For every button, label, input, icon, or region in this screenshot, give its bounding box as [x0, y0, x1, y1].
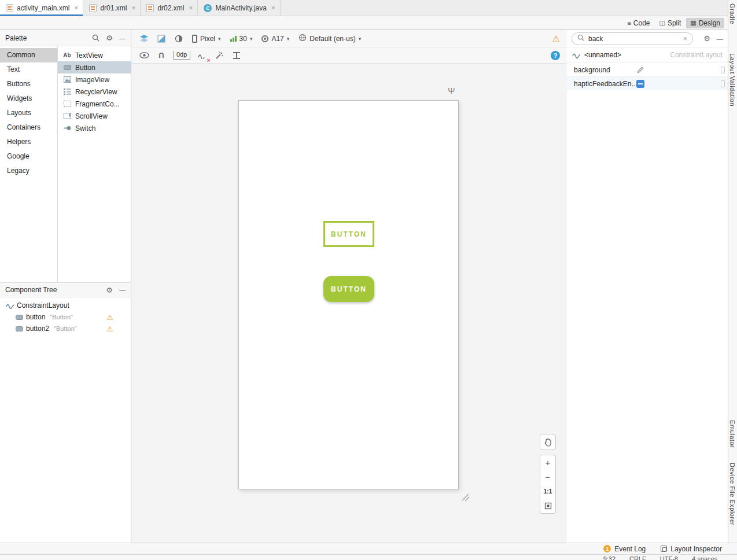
preview-button-outlined[interactable]: BUTTON: [323, 221, 374, 247]
autoconnect-magnet-icon[interactable]: U: [156, 50, 167, 61]
tool-button-gradle[interactable]: Gradle: [729, 3, 736, 24]
caret-position[interactable]: 9:32: [603, 555, 616, 560]
editor-tab-bar: activity_main.xml × dr01.xml × dr02.xml …: [0, 0, 728, 16]
hand-icon: [544, 438, 552, 447]
night-mode-icon[interactable]: [173, 33, 185, 45]
close-tab-icon[interactable]: ×: [189, 4, 193, 12]
locale-dropdown[interactable]: Default (en-us) ▾: [297, 32, 363, 45]
tree-item-constraintlayout[interactable]: ConstraintLayout: [0, 300, 131, 311]
zoom-fit-button[interactable]: [540, 499, 555, 513]
bookmark-icon[interactable]: [721, 67, 725, 73]
palette-component-recyclerview[interactable]: RecyclerView: [58, 86, 131, 98]
split-view-button[interactable]: ◫ Split: [655, 18, 685, 28]
attributes-panel: back × ⚙ — <unnamed> ConstraintLayout ba…: [567, 30, 728, 543]
view-options-eye-icon[interactable]: [138, 50, 150, 61]
palette-category-layouts[interactable]: Layouts: [0, 106, 57, 120]
palette-category-common[interactable]: Common: [0, 48, 57, 62]
tool-button-layout-validation[interactable]: Layout Validation: [729, 53, 736, 106]
palette-category-containers[interactable]: Containers: [0, 120, 57, 135]
pan-tool-button[interactable]: [540, 434, 556, 450]
preview-button2-filled[interactable]: BUTTON: [323, 276, 374, 302]
layout-inspector-label: Layout Inspector: [670, 545, 722, 553]
tab-dr02-xml[interactable]: dr02.xml ×: [141, 0, 198, 16]
design-surface-icon[interactable]: [138, 33, 150, 45]
palette-category-widgets[interactable]: Widgets: [0, 91, 57, 106]
attribute-row-hapticfeedbackenabled[interactable]: hapticFeedbackEn...: [567, 76, 728, 90]
search-input-value[interactable]: back: [588, 35, 679, 43]
tab-label: activity_main.xml: [17, 4, 69, 12]
clear-constraints-icon[interactable]: ×: [196, 50, 208, 61]
tree-item-label: ConstraintLayout: [17, 301, 69, 310]
attribute-row-background[interactable]: background: [567, 62, 728, 76]
minimize-icon[interactable]: —: [119, 286, 126, 293]
tab-dr01-xml[interactable]: dr01.xml ×: [83, 0, 141, 16]
tab-mainactivity-java[interactable]: C MainActivity.java ×: [198, 0, 281, 16]
tool-button-emulator[interactable]: Emulator: [729, 420, 736, 448]
event-log-icon: 1: [603, 545, 611, 552]
help-icon[interactable]: ?: [551, 51, 560, 60]
component-label: Button: [75, 64, 95, 72]
infer-constraints-wand-icon[interactable]: [213, 50, 225, 61]
search-icon[interactable]: [92, 34, 100, 42]
warning-icon[interactable]: ⚠: [106, 325, 113, 333]
orientation-icon[interactable]: [156, 33, 167, 45]
tree-item-button[interactable]: button "Button" ⚠: [0, 311, 131, 323]
attributes-search-field[interactable]: back ×: [572, 32, 693, 45]
event-log-button[interactable]: 1 Event Log: [603, 545, 646, 553]
palette-component-scrollview[interactable]: ScrollView: [58, 110, 131, 122]
palette-category-legacy[interactable]: Legacy: [0, 164, 57, 178]
tree-item-label: button2: [26, 325, 49, 333]
design-surface[interactable]: Ψ BUTTON BUTTON + − 1:1: [131, 64, 567, 543]
design-view-button[interactable]: ▦ Design: [686, 18, 724, 28]
minimize-icon[interactable]: —: [119, 35, 126, 42]
pack-align-icon[interactable]: [231, 50, 242, 61]
clear-search-icon[interactable]: ×: [683, 35, 687, 43]
palette-component-fragmentcontainerview[interactable]: FragmentCo...: [58, 98, 131, 110]
gear-icon[interactable]: ⚙: [106, 34, 113, 42]
palette-component-imageview[interactable]: ImageView: [58, 73, 131, 86]
tool-button-device-file-explorer[interactable]: Device File Explorer: [729, 463, 736, 525]
default-margin-control[interactable]: 0dp: [173, 51, 190, 60]
gear-icon[interactable]: ⚙: [106, 286, 113, 294]
layout-inspector-button[interactable]: Layout Inspector: [661, 545, 722, 553]
palette-category-helpers[interactable]: Helpers: [0, 135, 57, 149]
palette-component-textview[interactable]: Ab TextView: [58, 49, 131, 61]
close-tab-icon[interactable]: ×: [74, 4, 78, 12]
palette-category-text[interactable]: Text: [0, 62, 57, 77]
palette-category-google[interactable]: Google: [0, 149, 57, 164]
warning-icon[interactable]: ⚠: [106, 313, 113, 322]
palette-category-buttons[interactable]: Buttons: [0, 77, 57, 91]
close-tab-icon[interactable]: ×: [271, 4, 275, 12]
palette-component-button[interactable]: Button: [58, 61, 131, 73]
code-view-button[interactable]: ≡ Code: [623, 18, 654, 28]
warning-icon[interactable]: ⚠: [552, 34, 560, 44]
line-separator[interactable]: CRLF: [629, 555, 646, 560]
tree-item-annotation: "Button": [50, 314, 73, 320]
color-picker-pencil-icon[interactable]: [636, 65, 644, 75]
file-encoding[interactable]: UTF-8: [660, 555, 678, 560]
editor-mode-bar: ≡ Code ◫ Split ▦ Design: [0, 16, 728, 30]
zoom-ratio-button[interactable]: 1:1: [540, 484, 555, 499]
tree-item-annotation: "Button": [54, 325, 77, 332]
selected-component-row[interactable]: <unnamed> ConstraintLayout: [567, 47, 728, 62]
component-label: TextView: [75, 51, 103, 60]
design-icon: ▦: [690, 19, 696, 27]
theme-dropdown[interactable]: A17 ▾: [260, 34, 291, 44]
bookmark-icon[interactable]: [721, 80, 725, 87]
canvas-resize-handle-icon[interactable]: [460, 492, 470, 504]
indeterminate-checkbox[interactable]: [636, 80, 644, 88]
device-preview-screen[interactable]: BUTTON BUTTON: [238, 100, 459, 489]
device-label: Pixel: [200, 35, 215, 43]
minimize-icon[interactable]: —: [717, 35, 723, 42]
close-tab-icon[interactable]: ×: [131, 4, 135, 12]
theme-label: A17: [271, 35, 283, 43]
gear-icon[interactable]: ⚙: [703, 34, 710, 43]
device-dropdown[interactable]: Pixel ▾: [190, 34, 223, 44]
tree-item-button2[interactable]: button2 "Button" ⚠: [0, 323, 131, 334]
zoom-out-button[interactable]: −: [540, 470, 555, 484]
tab-activity-main-xml[interactable]: activity_main.xml ×: [0, 0, 83, 16]
api-level-dropdown[interactable]: 30 ▾: [229, 34, 255, 44]
zoom-in-button[interactable]: +: [540, 455, 555, 470]
indent-setting[interactable]: 4 spaces: [692, 555, 717, 560]
palette-component-switch[interactable]: Switch: [58, 122, 131, 134]
